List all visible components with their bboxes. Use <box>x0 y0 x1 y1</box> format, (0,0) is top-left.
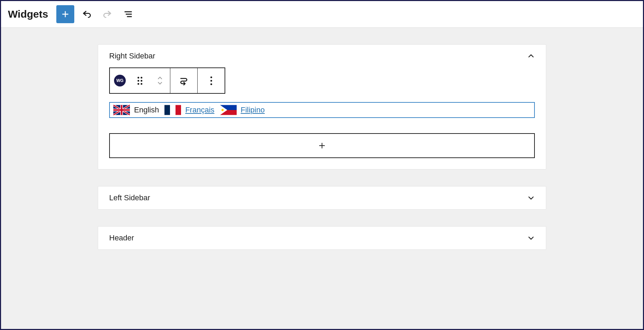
move-to-button[interactable] <box>170 68 197 93</box>
widget-area-left-sidebar: Left Sidebar <box>98 186 546 210</box>
chevron-down-icon <box>527 194 535 202</box>
language-label: English <box>134 106 159 114</box>
list-view-button[interactable] <box>120 6 136 22</box>
toolbar-button-group <box>56 5 136 23</box>
redo-icon <box>103 9 112 19</box>
flag-uk-icon <box>113 105 130 115</box>
list-view-icon <box>123 9 133 19</box>
chevron-down-icon <box>527 234 535 242</box>
language-item-filipino[interactable]: Filipino <box>220 105 265 115</box>
plus-icon <box>318 141 326 150</box>
block-options-button[interactable] <box>198 68 225 93</box>
language-item-francais[interactable]: Français <box>164 105 214 115</box>
add-block-toggle-button[interactable] <box>56 5 74 23</box>
block-toolbar: WG <box>109 67 225 94</box>
drag-handle[interactable] <box>130 68 150 93</box>
undo-button[interactable] <box>78 6 95 22</box>
svg-rect-12 <box>176 105 181 115</box>
svg-rect-10 <box>164 105 170 115</box>
panel-header-left-sidebar[interactable]: Left Sidebar <box>98 186 546 209</box>
mover-buttons[interactable] <box>150 68 170 93</box>
flag-france-icon <box>164 105 181 115</box>
flag-philippines-icon <box>220 105 237 115</box>
more-vertical-icon <box>210 76 212 85</box>
redo-button <box>99 6 116 22</box>
chevron-down-icon <box>158 82 162 85</box>
language-link[interactable]: Filipino <box>241 106 265 114</box>
content-area: Right Sidebar WG <box>1 28 643 266</box>
undo-icon <box>82 9 92 19</box>
widget-area-right-sidebar: Right Sidebar WG <box>98 44 546 169</box>
page-title: Widgets <box>8 8 48 20</box>
panel-header-header[interactable]: Header <box>98 227 546 249</box>
panel-body-right-sidebar: WG <box>98 67 546 169</box>
block-type-button[interactable]: WG <box>110 68 130 93</box>
panel-header-right-sidebar[interactable]: Right Sidebar <box>98 45 546 67</box>
panel-title: Right Sidebar <box>109 52 155 61</box>
move-to-icon <box>179 75 189 86</box>
panel-title: Header <box>109 233 134 242</box>
top-toolbar: Widgets <box>1 1 643 28</box>
svg-point-16 <box>221 109 224 111</box>
svg-rect-9 <box>113 109 130 111</box>
drag-icon <box>138 77 142 85</box>
widget-area-header: Header <box>98 226 546 250</box>
wg-block-icon: WG <box>114 75 126 86</box>
language-item-english[interactable]: English <box>113 105 159 115</box>
panel-title: Left Sidebar <box>109 193 150 202</box>
svg-rect-11 <box>170 105 176 115</box>
language-link[interactable]: Français <box>185 106 214 114</box>
add-block-button[interactable] <box>109 133 535 158</box>
language-switcher-block[interactable]: English Français <box>109 102 535 118</box>
chevron-up-icon <box>158 76 162 80</box>
chevron-up-icon <box>527 52 535 60</box>
